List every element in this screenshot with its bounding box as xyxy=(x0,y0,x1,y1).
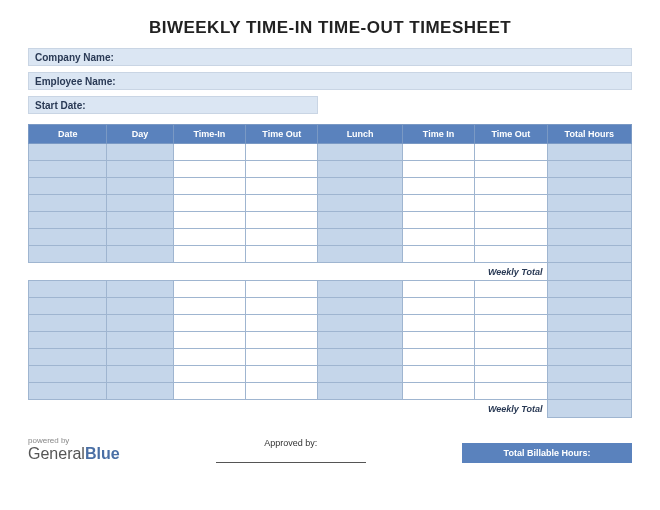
cell-timeout2[interactable] xyxy=(475,332,547,349)
cell-total[interactable] xyxy=(547,281,631,298)
cell-date[interactable] xyxy=(29,315,107,332)
cell-timein2[interactable] xyxy=(402,246,474,263)
cell-timein[interactable] xyxy=(173,229,245,246)
cell-date[interactable] xyxy=(29,161,107,178)
cell-timeout2[interactable] xyxy=(475,366,547,383)
weekly-total-value-1[interactable] xyxy=(547,263,631,281)
cell-day[interactable] xyxy=(107,315,173,332)
cell-lunch[interactable] xyxy=(318,349,402,366)
cell-date[interactable] xyxy=(29,332,107,349)
cell-total[interactable] xyxy=(547,246,631,263)
employee-name-field[interactable]: Employee Name: xyxy=(28,72,632,90)
cell-day[interactable] xyxy=(107,178,173,195)
cell-date[interactable] xyxy=(29,281,107,298)
cell-lunch[interactable] xyxy=(318,195,402,212)
cell-timein[interactable] xyxy=(173,144,245,161)
company-name-field[interactable]: Company Name: xyxy=(28,48,632,66)
cell-date[interactable] xyxy=(29,178,107,195)
cell-day[interactable] xyxy=(107,212,173,229)
cell-timeout2[interactable] xyxy=(475,178,547,195)
cell-total[interactable] xyxy=(547,349,631,366)
cell-timein2[interactable] xyxy=(402,178,474,195)
cell-total[interactable] xyxy=(547,229,631,246)
cell-lunch[interactable] xyxy=(318,229,402,246)
cell-timein[interactable] xyxy=(173,332,245,349)
cell-lunch[interactable] xyxy=(318,315,402,332)
cell-timeout[interactable] xyxy=(246,281,318,298)
cell-day[interactable] xyxy=(107,144,173,161)
cell-timein2[interactable] xyxy=(402,383,474,400)
cell-timein[interactable] xyxy=(173,246,245,263)
cell-total[interactable] xyxy=(547,161,631,178)
cell-timeout2[interactable] xyxy=(475,349,547,366)
cell-timein[interactable] xyxy=(173,161,245,178)
cell-timein[interactable] xyxy=(173,178,245,195)
cell-timein[interactable] xyxy=(173,298,245,315)
cell-timeout2[interactable] xyxy=(475,246,547,263)
cell-date[interactable] xyxy=(29,144,107,161)
cell-timeout2[interactable] xyxy=(475,195,547,212)
approved-by-signature-line[interactable] xyxy=(216,462,366,463)
cell-day[interactable] xyxy=(107,298,173,315)
cell-timein2[interactable] xyxy=(402,144,474,161)
cell-day[interactable] xyxy=(107,281,173,298)
cell-timeout[interactable] xyxy=(246,144,318,161)
cell-day[interactable] xyxy=(107,246,173,263)
cell-day[interactable] xyxy=(107,161,173,178)
cell-lunch[interactable] xyxy=(318,212,402,229)
cell-total[interactable] xyxy=(547,178,631,195)
cell-day[interactable] xyxy=(107,332,173,349)
cell-timeout[interactable] xyxy=(246,315,318,332)
cell-day[interactable] xyxy=(107,349,173,366)
cell-timein[interactable] xyxy=(173,315,245,332)
cell-lunch[interactable] xyxy=(318,332,402,349)
cell-total[interactable] xyxy=(547,366,631,383)
cell-total[interactable] xyxy=(547,332,631,349)
cell-lunch[interactable] xyxy=(318,178,402,195)
cell-date[interactable] xyxy=(29,298,107,315)
cell-timein2[interactable] xyxy=(402,281,474,298)
cell-timeout2[interactable] xyxy=(475,212,547,229)
cell-total[interactable] xyxy=(547,195,631,212)
cell-day[interactable] xyxy=(107,366,173,383)
cell-total[interactable] xyxy=(547,383,631,400)
cell-timein2[interactable] xyxy=(402,332,474,349)
cell-timeout[interactable] xyxy=(246,212,318,229)
cell-timeout[interactable] xyxy=(246,161,318,178)
weekly-total-value-2[interactable] xyxy=(547,400,631,418)
cell-timeout[interactable] xyxy=(246,349,318,366)
cell-timein2[interactable] xyxy=(402,161,474,178)
cell-timein2[interactable] xyxy=(402,195,474,212)
cell-lunch[interactable] xyxy=(318,366,402,383)
cell-timeout2[interactable] xyxy=(475,229,547,246)
cell-date[interactable] xyxy=(29,349,107,366)
cell-lunch[interactable] xyxy=(318,161,402,178)
cell-timein[interactable] xyxy=(173,383,245,400)
cell-timeout2[interactable] xyxy=(475,281,547,298)
cell-timein2[interactable] xyxy=(402,212,474,229)
cell-timeout2[interactable] xyxy=(475,383,547,400)
cell-total[interactable] xyxy=(547,298,631,315)
cell-timeout[interactable] xyxy=(246,195,318,212)
cell-date[interactable] xyxy=(29,246,107,263)
cell-timeout[interactable] xyxy=(246,178,318,195)
cell-date[interactable] xyxy=(29,195,107,212)
cell-timeout2[interactable] xyxy=(475,315,547,332)
cell-timein2[interactable] xyxy=(402,315,474,332)
cell-lunch[interactable] xyxy=(318,383,402,400)
cell-total[interactable] xyxy=(547,212,631,229)
cell-lunch[interactable] xyxy=(318,246,402,263)
cell-timeout2[interactable] xyxy=(475,298,547,315)
cell-timeout2[interactable] xyxy=(475,161,547,178)
cell-total[interactable] xyxy=(547,144,631,161)
cell-lunch[interactable] xyxy=(318,298,402,315)
cell-lunch[interactable] xyxy=(318,281,402,298)
start-date-field[interactable]: Start Date: xyxy=(28,96,318,114)
cell-day[interactable] xyxy=(107,229,173,246)
cell-timein[interactable] xyxy=(173,349,245,366)
cell-timein2[interactable] xyxy=(402,298,474,315)
cell-date[interactable] xyxy=(29,366,107,383)
cell-timeout[interactable] xyxy=(246,366,318,383)
cell-date[interactable] xyxy=(29,229,107,246)
cell-date[interactable] xyxy=(29,212,107,229)
